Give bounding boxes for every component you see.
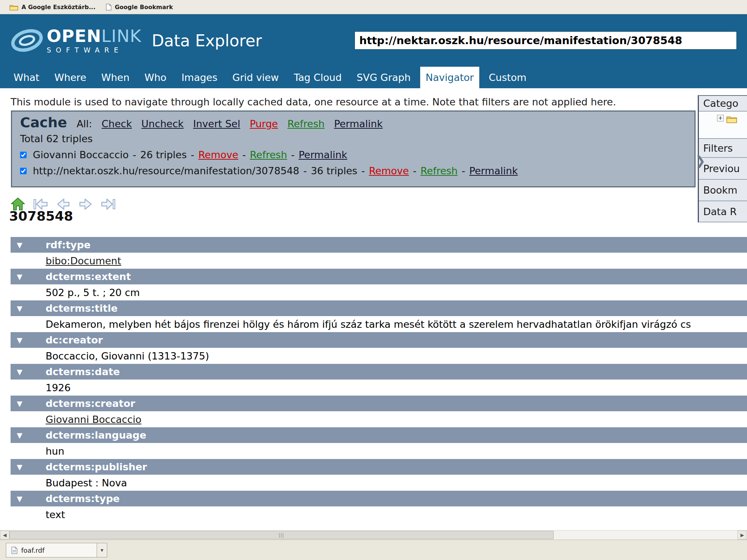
folder-icon[interactable] (726, 115, 737, 123)
tab-grid-view[interactable]: Grid view (227, 67, 284, 88)
sidebar-section-label: Data R (703, 206, 737, 217)
cache-refresh-link[interactable]: Refresh (287, 118, 325, 129)
property-header-row[interactable]: ▼ dcterms:creator (11, 396, 747, 411)
collapse-triangle-icon[interactable]: ▼ (11, 463, 46, 471)
separator: - (191, 149, 194, 160)
module-intro-text: This module is used to navigate through … (11, 96, 616, 108)
bookmarks-bar: A Google Eszköztárb... Google Bookmark (0, 0, 747, 14)
tab-who[interactable]: Who (139, 67, 172, 88)
property-value: text (46, 509, 65, 520)
property-header-row[interactable]: ▼ dcterms:title (11, 300, 747, 316)
sidebar-section-categories[interactable]: Catego (699, 96, 747, 112)
collapse-triangle-icon[interactable]: ▼ (11, 272, 46, 281)
tab-custom[interactable]: Custom (483, 67, 532, 88)
horizontal-scrollbar[interactable]: ◀ ▶ (0, 530, 747, 540)
cache-entry-remove-link[interactable]: Remove (369, 165, 409, 176)
property-header-row[interactable]: ▼ dcterms:publisher (11, 459, 747, 475)
cache-entry-checkbox[interactable] (20, 152, 27, 158)
property-name: dcterms:title (46, 303, 118, 314)
property-header-row[interactable]: ▼ rdf:type (11, 237, 747, 253)
scrollbar-thumb[interactable] (9, 531, 554, 539)
property-value: hun (46, 446, 64, 457)
collapse-triangle-icon[interactable]: ▼ (11, 241, 46, 249)
property-name: dcterms:extent (46, 271, 131, 282)
collapse-triangle-icon[interactable]: ▼ (11, 431, 46, 440)
bookmark-item-google-toolbar[interactable]: A Google Eszköztárb... (4, 0, 101, 14)
collapse-triangle-icon[interactable]: ▼ (11, 368, 46, 376)
navigator-content: This module is used to navigate through … (0, 88, 747, 530)
separator: - (133, 149, 136, 160)
separator: - (361, 165, 365, 176)
tab-svg-graph[interactable]: SVG Graph (351, 67, 416, 88)
sidebar-section-bookmarks[interactable]: Bookm (699, 180, 747, 201)
tab-images[interactable]: Images (176, 67, 223, 88)
property-header-row[interactable]: ▼ dcterms:extent (11, 269, 747, 284)
tree-expander-icon[interactable]: + (717, 115, 724, 121)
sidebar-collapse-chevron-icon[interactable]: ❯ (695, 152, 703, 169)
property-name: dcterms:publisher (46, 461, 147, 472)
sidebar-section-data-r[interactable]: Data R (699, 201, 747, 222)
separator: - (462, 165, 465, 176)
caret-down-icon: ▾ (101, 547, 104, 553)
tab-what[interactable]: What (8, 67, 45, 88)
scroll-right-arrow-icon[interactable]: ▶ (738, 530, 747, 540)
sidebar-section-label: Catego (703, 98, 738, 109)
property-value-row: text (11, 506, 747, 522)
cache-entry-refresh-link[interactable]: Refresh (250, 149, 287, 160)
cache-entry-label: Giovanni Boccaccio (33, 149, 129, 160)
scrollbar-grip-icon (279, 533, 284, 538)
property-value-row: Boccaccio, Giovanni (1313-1375) (11, 348, 747, 364)
scroll-left-arrow-icon[interactable]: ◀ (0, 530, 9, 540)
cache-permalink-link[interactable]: Permalink (334, 118, 383, 129)
app-header: OPENLINK SOFTWARE Data Explorer (0, 14, 747, 67)
cache-entry-permalink-link[interactable]: Permalink (469, 165, 518, 176)
property-header-row[interactable]: ▼ dcterms:type (11, 491, 747, 506)
collapse-triangle-icon[interactable]: ▼ (11, 336, 46, 345)
property-header-row[interactable]: ▼ dc:creator (11, 332, 747, 348)
last-icon[interactable] (100, 196, 116, 212)
download-file-button[interactable]: foaf.rdf (6, 543, 97, 557)
download-dropdown-button[interactable]: ▾ (97, 543, 107, 557)
cache-entry-remove-link[interactable]: Remove (198, 149, 239, 160)
cache-entry-triples: 26 triples (140, 149, 187, 160)
property-value-row: hun (11, 443, 747, 459)
property-value-link[interactable]: Giovanni Boccaccio (46, 414, 142, 425)
cache-all-label: All: (77, 118, 92, 129)
sidebar-section-label: Previou (703, 163, 740, 174)
cache-entry-refresh-link[interactable]: Refresh (421, 165, 458, 176)
cache-invert-selection-link[interactable]: Invert Sel (193, 118, 240, 129)
tab-when[interactable]: When (96, 67, 135, 88)
property-value-row: 1926 (11, 380, 747, 396)
tab-tag-cloud[interactable]: Tag Cloud (288, 67, 347, 88)
next-icon[interactable] (78, 196, 94, 212)
openlink-logo: OPENLINK SOFTWARE (10, 26, 142, 55)
tab-where[interactable]: Where (49, 67, 92, 88)
bookmark-item-google-bookmark[interactable]: Google Bookmark (101, 0, 178, 14)
sidebar-section-label: Filters (703, 143, 733, 154)
collapse-triangle-icon[interactable]: ▼ (11, 494, 46, 503)
collapse-triangle-icon[interactable]: ▼ (11, 304, 46, 313)
property-header-row[interactable]: ▼ dcterms:date (11, 364, 747, 380)
logo-link: LINK (101, 26, 142, 46)
cache-entry-permalink-link[interactable]: Permalink (299, 149, 347, 160)
logo-open: OPEN (47, 26, 101, 46)
sidebar-section-previous[interactable]: Previou (699, 158, 747, 180)
module-tabbar: What Where When Who Images Grid view Tag… (0, 67, 747, 88)
property-value-row: Budapest : Nova (11, 475, 747, 491)
property-header-row[interactable]: ▼ dcterms:language (11, 427, 747, 443)
resource-url-input[interactable] (355, 31, 737, 50)
download-file-label: foaf.rdf (21, 547, 44, 554)
tab-navigator[interactable]: Navigator (420, 67, 479, 88)
scrollbar-track[interactable] (9, 530, 738, 540)
sidebar-section-filters[interactable]: Filters (699, 139, 747, 158)
collapse-triangle-icon[interactable]: ▼ (11, 399, 46, 408)
cache-uncheck-all-link[interactable]: Uncheck (142, 118, 184, 129)
separator: - (413, 165, 417, 176)
cache-check-all-link[interactable]: Check (101, 118, 132, 129)
openlink-swoosh-icon (10, 26, 44, 55)
bookmark-label: Google Bookmark (115, 4, 173, 11)
sidebar-category-tree: + (699, 112, 747, 139)
cache-entry-checkbox[interactable] (20, 168, 27, 174)
cache-purge-link[interactable]: Purge (250, 118, 278, 129)
property-value-link[interactable]: bibo:Document (46, 255, 121, 267)
